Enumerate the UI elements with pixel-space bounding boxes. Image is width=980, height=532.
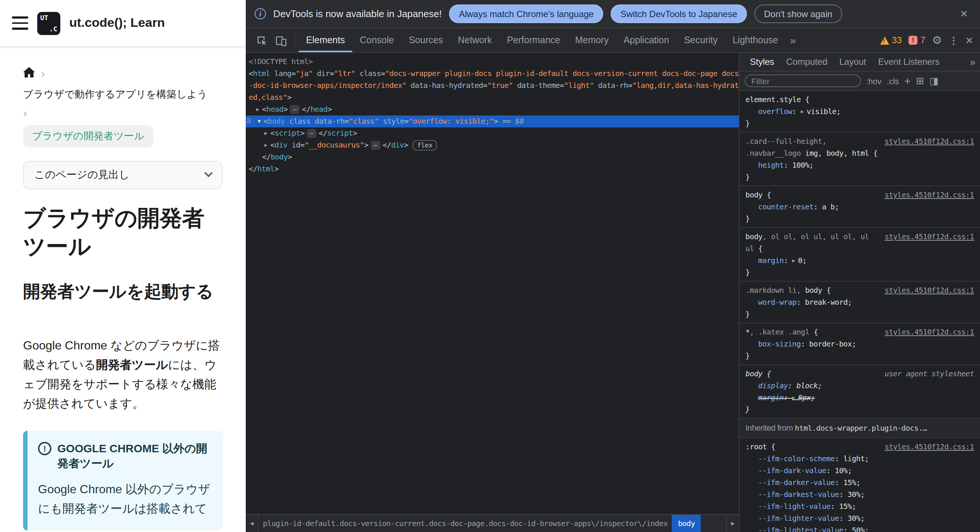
- dom-token: ⠿: [247, 115, 255, 127]
- css-brace: {: [822, 286, 831, 294]
- tab-application[interactable]: Application: [616, 28, 676, 52]
- tab-performance[interactable]: Performance: [499, 28, 568, 52]
- dom-token: </: [262, 153, 271, 161]
- flex-adorner-badge[interactable]: flex: [412, 140, 437, 151]
- stylesheet-link[interactable]: styles.4510f12d.css:1: [885, 189, 974, 201]
- menu-button[interactable]: [12, 17, 28, 30]
- site-logo[interactable]: UT .C: [37, 11, 60, 35]
- dont-show-again-button[interactable]: Don't show again: [754, 5, 842, 23]
- toggle-element-state-button[interactable]: :hov: [866, 76, 882, 85]
- tab-sources[interactable]: Sources: [401, 28, 450, 52]
- css-declaration[interactable]: margin: ▶ 8px;: [745, 392, 974, 404]
- css-declaration[interactable]: --ifm-lightest-value: 50%;: [745, 524, 974, 532]
- css-declaration[interactable]: --ifm-color-scheme: light;: [745, 453, 974, 465]
- expand-arrow-icon[interactable]: ▶: [792, 258, 798, 264]
- tab-layout[interactable]: Layout: [833, 53, 872, 71]
- css-rules-list: element.style {overflow: ▶ visible;}styl…: [740, 91, 980, 532]
- dom-token: <: [264, 117, 268, 125]
- styles-filter-input[interactable]: [745, 75, 861, 87]
- dom-token: data-rh: [594, 81, 628, 89]
- warnings-badge[interactable]: ! 33: [880, 35, 902, 45]
- always-match-language-button[interactable]: Always match Chrome's language: [449, 5, 603, 23]
- tab-console[interactable]: Console: [352, 28, 401, 52]
- issues-badge[interactable]: ! 7: [908, 35, 925, 45]
- stylesheet-link[interactable]: styles.4510f12d.css:1: [885, 135, 974, 148]
- expand-arrow-icon[interactable]: ▶: [800, 109, 807, 115]
- node-link[interactable]: html.docs-wrapper.plugin-docs.…: [795, 424, 927, 432]
- stylesheet-link[interactable]: styles.4510f12d.css:1: [885, 441, 974, 453]
- tab-computed[interactable]: Computed: [780, 53, 833, 71]
- tab-memory[interactable]: Memory: [568, 28, 616, 52]
- toc-label: このページの見出し: [34, 169, 130, 182]
- css-declaration[interactable]: height: 100%;: [745, 159, 974, 171]
- site-title[interactable]: ut.code(); Learn: [69, 16, 165, 30]
- dom-breadcrumb-current[interactable]: body: [672, 515, 701, 532]
- inspect-element-icon[interactable]: [252, 35, 271, 46]
- css-selector: element.style: [745, 96, 801, 104]
- element-classes-button[interactable]: .cls: [887, 76, 899, 85]
- css-selector: body: [805, 286, 822, 294]
- expand-arrow-icon[interactable]: ▶: [253, 104, 262, 115]
- dom-token: data-theme: [513, 81, 560, 89]
- css-declaration[interactable]: --ifm-lighter-value: 30%;: [745, 513, 974, 524]
- home-icon[interactable]: [23, 67, 35, 80]
- scroll-right-icon[interactable]: ▶: [726, 515, 739, 532]
- devtools-close-icon[interactable]: ✕: [965, 35, 973, 46]
- more-tabs-icon[interactable]: »: [965, 56, 980, 68]
- tab-network[interactable]: Network: [450, 28, 500, 52]
- split-panel-icon[interactable]: ◨: [929, 75, 939, 86]
- tab-lighthouse[interactable]: Lighthouse: [725, 28, 785, 52]
- dom-breadcrumb-path[interactable]: plugin-id-default.docs-version-current.d…: [258, 515, 672, 532]
- css-declaration[interactable]: overflow: ▶ visible;: [745, 106, 974, 118]
- dom-node[interactable]: <!DOCTYPE html>: [246, 56, 739, 68]
- device-toolbar-icon[interactable]: [271, 35, 290, 46]
- kebab-menu-icon[interactable]: ⋮: [949, 35, 958, 46]
- infobar-close-icon[interactable]: ✕: [960, 8, 971, 19]
- expand-arrow-icon[interactable]: ▼: [255, 115, 264, 127]
- css-declaration[interactable]: margin: ▶ 0;: [745, 255, 974, 267]
- tab-elements[interactable]: Elements: [299, 28, 352, 52]
- tab-event-listeners[interactable]: Event Listeners: [872, 53, 945, 71]
- scroll-left-icon[interactable]: ◀: [246, 515, 258, 532]
- collapsed-content-icon[interactable]: ⋯: [290, 105, 300, 114]
- dom-node[interactable]: </body>: [246, 151, 739, 163]
- dom-node[interactable]: </html>: [246, 163, 739, 175]
- devtools-infobar: i DevTools is now available in Japanese!…: [246, 0, 980, 28]
- toc-toggle[interactable]: このページの見出し: [23, 161, 223, 189]
- expand-arrow-icon[interactable]: ▶: [261, 127, 270, 139]
- css-declaration[interactable]: --ifm-light-value: 15%;: [745, 501, 974, 513]
- toolbar-divider: [294, 33, 295, 47]
- stylesheet-link[interactable]: styles.4510f12d.css:1: [885, 285, 974, 296]
- stylesheet-link[interactable]: user agent stylesheet: [885, 368, 974, 380]
- css-declaration[interactable]: --ifm-darker-value: 15%;: [745, 477, 974, 489]
- css-declaration[interactable]: box-sizing: border-box;: [745, 338, 974, 350]
- stylesheet-link[interactable]: styles.4510f12d.css:1: [885, 231, 974, 243]
- settings-gear-icon[interactable]: ⚙: [932, 33, 942, 47]
- collapsed-content-icon[interactable]: ⋯: [307, 129, 317, 138]
- dom-node[interactable]: ⠿▼<body class data-rh="class" style="ove…: [246, 115, 739, 127]
- stylesheet-link[interactable]: styles.4510f12d.css:1: [885, 327, 974, 338]
- tab-security[interactable]: Security: [676, 28, 725, 52]
- switch-devtools-japanese-button[interactable]: Switch DevTools to Japanese: [611, 5, 747, 23]
- dom-node[interactable]: <html lang="ja" dir="ltr" class="docs-wr…: [246, 68, 739, 104]
- css-declaration[interactable]: --ifm-dark-value: 10%;: [745, 465, 974, 477]
- dom-node[interactable]: ▶<head>⋯</head>: [246, 104, 739, 115]
- logo-line-2: .C: [40, 25, 57, 32]
- more-tabs-icon[interactable]: »: [786, 28, 800, 52]
- expand-arrow-icon[interactable]: ▶: [261, 139, 270, 151]
- tab-styles[interactable]: Styles: [744, 53, 780, 71]
- grid-icon[interactable]: ⊞: [916, 75, 924, 86]
- section-heading: 開発者ツールを起動する: [23, 280, 223, 302]
- css-declaration[interactable]: display: block;: [745, 380, 974, 392]
- warning-triangle-icon: !: [880, 36, 889, 44]
- new-style-rule-icon[interactable]: +: [904, 75, 911, 86]
- css-brace: {: [762, 191, 771, 199]
- dom-node[interactable]: ▶<script>⋯</script>: [246, 127, 739, 139]
- css-declaration[interactable]: --ifm-darkest-value: 30%;: [745, 489, 974, 501]
- breadcrumb-parent-link[interactable]: ブラウザで動作するアプリを構築しよう: [23, 88, 207, 101]
- css-declaration[interactable]: word-wrap: break-word;: [745, 296, 974, 309]
- collapsed-content-icon[interactable]: ⋯: [371, 141, 380, 150]
- css-declaration[interactable]: counter-reset: a b;: [745, 201, 974, 213]
- dom-node[interactable]: ▶<div id="__docusaurus">⋯</div>flex: [246, 139, 739, 151]
- expand-arrow-icon[interactable]: ▶: [792, 395, 798, 401]
